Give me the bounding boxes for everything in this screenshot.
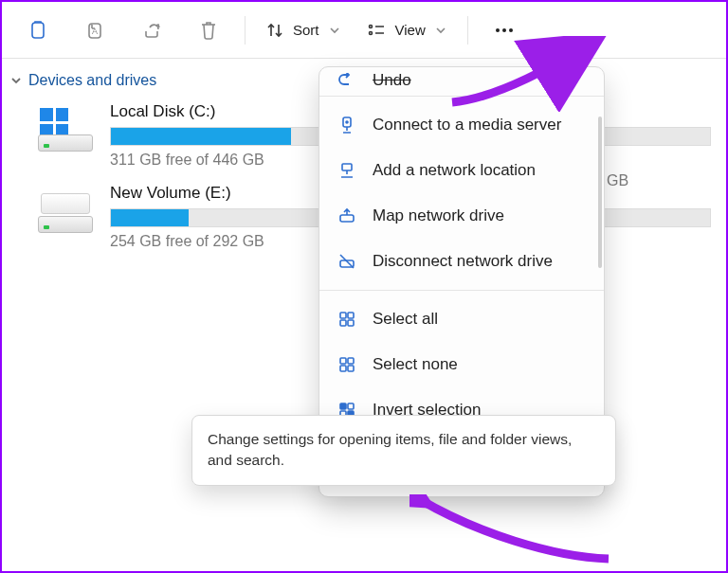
select-none-icon	[337, 354, 357, 375]
menu-item-label: Map network drive	[373, 206, 504, 225]
chevron-down-icon	[435, 25, 446, 36]
toolbar: A Sort View	[2, 2, 726, 59]
separator	[245, 16, 246, 45]
svg-point-4	[369, 31, 372, 34]
drive-icon	[38, 193, 93, 233]
menu-item-label: Add a network location	[373, 161, 536, 180]
more-button[interactable]	[478, 9, 531, 51]
menu-item-label: Select none	[373, 355, 458, 374]
svg-rect-15	[340, 320, 346, 326]
delete-button[interactable]	[182, 9, 235, 51]
undo-icon	[337, 73, 357, 90]
svg-rect-10	[342, 164, 352, 170]
svg-rect-20	[348, 366, 354, 371]
view-label: View	[395, 22, 426, 38]
menu-item-label: Select all	[373, 310, 438, 329]
chevron-down-icon	[329, 25, 340, 36]
svg-point-3	[369, 25, 372, 27]
annotation-arrow	[410, 494, 618, 570]
svg-point-7	[509, 28, 513, 32]
menu-item-label: Undo	[373, 73, 411, 90]
map-drive-icon	[337, 206, 357, 226]
svg-text:A: A	[92, 27, 98, 36]
menu-separator	[319, 96, 604, 97]
tooltip-text: Change settings for opening items, file …	[208, 431, 572, 468]
menu-item-label: Connect to a media server	[373, 116, 561, 134]
svg-rect-17	[340, 358, 346, 364]
menu-item-undo[interactable]: Undo	[319, 73, 604, 90]
svg-rect-21	[340, 403, 346, 409]
menu-item[interactable]: Connect to a media server	[319, 102, 604, 148]
svg-rect-13	[340, 313, 346, 318]
windows-drive-icon	[38, 112, 93, 152]
section-title: Devices and drives	[28, 72, 156, 89]
select-all-icon	[337, 309, 357, 330]
svg-rect-16	[348, 320, 354, 326]
sort-label: Sort	[293, 22, 319, 38]
svg-rect-22	[348, 403, 354, 409]
svg-point-6	[502, 28, 506, 32]
media-server-icon	[337, 115, 357, 135]
network-icon	[337, 160, 357, 181]
storage-tail-text: GB	[607, 172, 628, 189]
svg-point-5	[496, 28, 500, 32]
menu-item[interactable]: Select all	[319, 296, 604, 342]
menu-item[interactable]: Select none	[319, 342, 604, 387]
svg-point-9	[346, 121, 348, 123]
svg-rect-18	[348, 358, 354, 364]
svg-rect-0	[32, 23, 44, 38]
svg-rect-14	[348, 313, 354, 318]
svg-rect-11	[340, 215, 354, 222]
copy-button[interactable]: A	[68, 9, 121, 51]
view-icon	[367, 22, 386, 39]
view-button[interactable]: View	[355, 9, 458, 51]
separator	[467, 16, 468, 45]
menu-separator	[319, 290, 604, 291]
cut-button[interactable]	[11, 9, 64, 51]
menu-item[interactable]: Disconnect network drive	[319, 239, 604, 284]
scrollbar[interactable]	[598, 116, 602, 268]
chevron-down-icon	[9, 74, 23, 87]
svg-rect-19	[340, 366, 346, 371]
share-button[interactable]	[125, 9, 178, 51]
ellipsis-icon	[493, 19, 516, 42]
disconnect-icon	[337, 251, 357, 272]
menu-item[interactable]: Map network drive	[319, 193, 604, 239]
sort-button[interactable]: Sort	[255, 9, 352, 51]
menu-item-label: Disconnect network drive	[373, 252, 553, 271]
sort-icon	[266, 22, 283, 39]
menu-item[interactable]: Add a network location	[319, 148, 604, 193]
tooltip: Change settings for opening items, file …	[191, 415, 616, 486]
